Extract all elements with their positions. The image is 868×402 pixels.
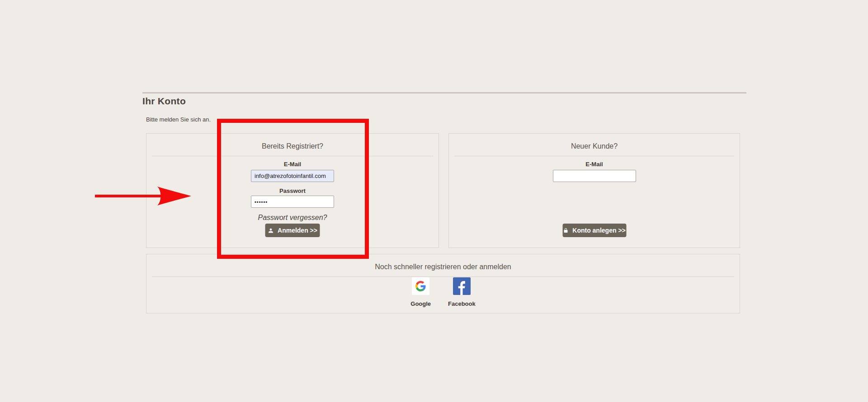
- top-divider: [142, 92, 746, 93]
- login-button[interactable]: Anmelden >>: [265, 224, 320, 237]
- login-button-label: Anmelden >>: [278, 227, 317, 234]
- login-password-input[interactable]: [251, 196, 334, 208]
- register-email-label: E-Mail: [449, 161, 740, 168]
- register-panel-title: Neuer Kunde?: [449, 142, 740, 150]
- login-password-label: Passwort: [146, 187, 439, 194]
- social-panel-title: Noch schneller registrieren oder anmelde…: [146, 263, 740, 271]
- login-email-label: E-Mail: [146, 161, 439, 168]
- register-panel-divider: [454, 156, 734, 156]
- register-button-label: Konto anlegen >>: [572, 227, 625, 234]
- login-panel: Bereits Registriert? E-Mail Passwort Pas…: [146, 133, 439, 248]
- social-buttons-row: Google Facebook: [146, 277, 740, 307]
- google-login-button[interactable]: Google: [410, 277, 431, 307]
- facebook-login-button[interactable]: Facebook: [448, 277, 476, 307]
- forgot-password-link[interactable]: Passwort vergessen?: [146, 214, 439, 222]
- google-label: Google: [410, 300, 431, 307]
- login-email-input[interactable]: [251, 170, 334, 182]
- user-icon: [268, 228, 274, 234]
- social-panel-divider: [152, 276, 734, 277]
- google-icon: [412, 277, 429, 295]
- page-title: Ihr Konto: [142, 96, 186, 107]
- facebook-icon: [453, 277, 471, 295]
- facebook-label: Facebook: [448, 300, 476, 307]
- register-email-input[interactable]: [553, 170, 636, 182]
- login-panel-divider: [152, 156, 433, 156]
- register-panel: Neuer Kunde? E-Mail Konto anlegen >>: [448, 133, 740, 248]
- lock-icon: [563, 227, 568, 234]
- account-page: Ihr Konto Bitte melden Sie sich an. Bere…: [0, 0, 868, 402]
- login-panel-title: Bereits Registriert?: [146, 142, 439, 150]
- page-subtitle: Bitte melden Sie sich an.: [146, 116, 211, 123]
- register-button[interactable]: Konto anlegen >>: [562, 224, 626, 237]
- social-login-panel: Noch schneller registrieren oder anmelde…: [146, 254, 740, 313]
